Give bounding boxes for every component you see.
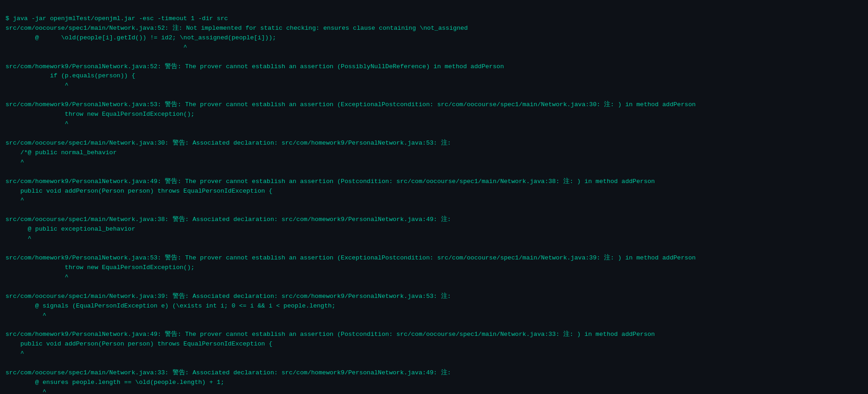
terminal-line: @ \old(people[i].getId()) != id2; \not_a… bbox=[5, 33, 863, 43]
terminal-line: ^ bbox=[5, 158, 863, 167]
terminal-line: ^ bbox=[5, 196, 863, 205]
terminal-line: src/com/oocourse/spec1/main/Network.java… bbox=[5, 139, 863, 148]
terminal-line: ^ bbox=[5, 234, 863, 244]
terminal-line: ^ bbox=[5, 349, 863, 359]
terminal-line bbox=[5, 282, 863, 292]
terminal-line: src/com/oocourse/spec1/main/Network.java… bbox=[5, 215, 863, 225]
terminal-line: src/com/homework9/PersonalNetwork.java:5… bbox=[5, 254, 863, 263]
terminal-line: ^ bbox=[5, 311, 863, 321]
terminal-line bbox=[5, 205, 863, 215]
terminal-line bbox=[5, 244, 863, 254]
terminal-line bbox=[5, 167, 863, 177]
terminal-window: $ java -jar openjmlTest/openjml.jar -esc… bbox=[0, 0, 868, 394]
terminal-line: @ ensures people.length == \old(people.l… bbox=[5, 378, 863, 388]
terminal-line bbox=[5, 359, 863, 368]
terminal-line: src/com/oocourse/spec1/main/Network.java… bbox=[5, 368, 863, 378]
terminal-line bbox=[5, 91, 863, 100]
terminal-line: src/com/homework9/PersonalNetwork.java:4… bbox=[5, 177, 863, 187]
terminal-line: public void addPerson(Person person) thr… bbox=[5, 340, 863, 349]
terminal-line bbox=[5, 320, 863, 330]
terminal-line: src/com/oocourse/spec1/main/Network.java… bbox=[5, 292, 863, 302]
terminal-line: src/com/homework9/PersonalNetwork.java:5… bbox=[5, 62, 863, 72]
terminal-line: public void addPerson(Person person) thr… bbox=[5, 187, 863, 196]
terminal-line: throw new EqualPersonIdException(); bbox=[5, 263, 863, 273]
terminal-line: /*@ public normal_behavior bbox=[5, 148, 863, 158]
terminal-line: ^ bbox=[5, 43, 863, 53]
terminal-line: ^ bbox=[5, 81, 863, 91]
terminal-line: src/com/homework9/PersonalNetwork.java:4… bbox=[5, 330, 863, 340]
terminal-line: @ signals (EqualPersonIdException e) (\e… bbox=[5, 302, 863, 311]
terminal-line bbox=[5, 53, 863, 62]
terminal-line: @ public exceptional_behavior bbox=[5, 225, 863, 234]
terminal-line: if (p.equals(person)) { bbox=[5, 71, 863, 81]
terminal-line: ^ bbox=[5, 388, 863, 394]
terminal-line: $ java -jar openjmlTest/openjml.jar -esc… bbox=[5, 14, 863, 24]
terminal-line: src/com/homework9/PersonalNetwork.java:5… bbox=[5, 100, 863, 110]
terminal-line: ^ bbox=[5, 119, 863, 129]
terminal-line bbox=[5, 129, 863, 139]
terminal-line: ^ bbox=[5, 273, 863, 282]
terminal-line: src/com/oocourse/spec1/main/Network.java… bbox=[5, 24, 863, 33]
terminal-line: throw new EqualPersonIdException(); bbox=[5, 110, 863, 119]
